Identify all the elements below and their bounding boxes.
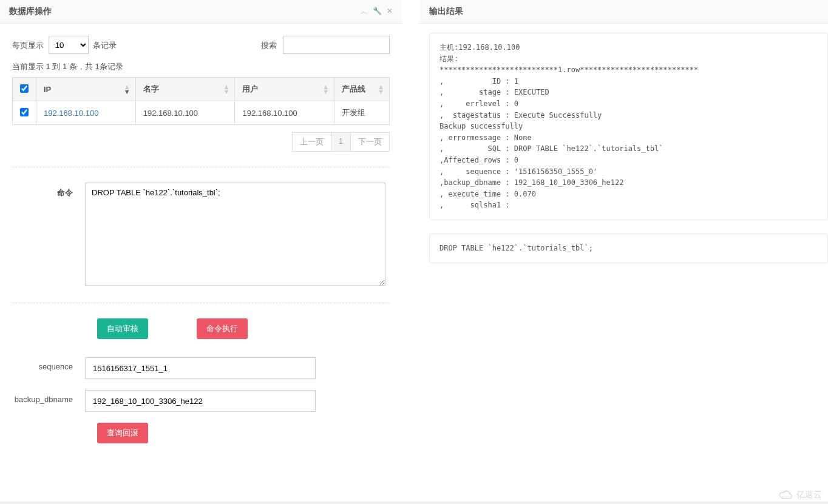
output-panel: 输出结果 主机:192.168.10.100 结果: *************… xyxy=(420,0,828,455)
page-length: 每页显示 10 条记录 xyxy=(12,36,117,54)
col-ip[interactable]: IP ▲▼ xyxy=(36,78,136,101)
command-textarea[interactable] xyxy=(85,183,385,286)
panel-header-left: 数据库操作 ︿ 🔧 ✕ xyxy=(0,0,402,24)
panel-title-right: 输出结果 xyxy=(429,6,463,17)
sql-text: DROP TABLE `he122`.`tutorials_tbl`; xyxy=(439,243,818,254)
select-all-checkbox[interactable] xyxy=(20,84,29,93)
prev-page[interactable]: 上一页 xyxy=(292,132,331,152)
sequence-label: sequence xyxy=(12,357,85,371)
db-ops-panel: 数据库操作 ︿ 🔧 ✕ 每页显示 10 条记录 xyxy=(0,0,402,455)
cmd-label: 命令 xyxy=(12,183,85,198)
auto-audit-button[interactable]: 自动审核 xyxy=(97,318,148,339)
search-label: 搜索 xyxy=(261,41,277,50)
sequence-input[interactable] xyxy=(85,357,316,379)
page-1[interactable]: 1 xyxy=(331,132,351,152)
sort-icon: ▲▼ xyxy=(322,84,329,94)
col-checkbox[interactable] xyxy=(13,78,36,101)
page-length-select[interactable]: 10 xyxy=(49,36,89,54)
table-search: 搜索 xyxy=(261,36,390,54)
table-row: 192.168.10.100 192.168.10.100 192.168.10… xyxy=(13,101,390,125)
wrench-icon[interactable]: 🔧 xyxy=(373,7,382,17)
divider xyxy=(12,303,390,303)
search-input[interactable] xyxy=(283,36,390,54)
sql-box: DROP TABLE `he122`.`tutorials_tbl`; xyxy=(429,234,828,263)
sort-icon: ▲▼ xyxy=(124,84,131,94)
table-info: 当前显示 1 到 1 条，共 1条记录 xyxy=(12,61,390,72)
col-name[interactable]: 名字 ▲▼ xyxy=(135,78,235,101)
ip-link[interactable]: 192.168.10.100 xyxy=(44,109,98,118)
close-icon[interactable]: ✕ xyxy=(387,7,393,17)
col-product[interactable]: 产品线 ▲▼ xyxy=(334,78,390,101)
rollback-button[interactable]: 查询回滚 xyxy=(97,423,148,443)
length-suffix: 条记录 xyxy=(93,41,117,50)
cell-user: 192.168.10.100 xyxy=(235,101,334,125)
divider xyxy=(12,167,390,167)
cell-name: 192.168.10.100 xyxy=(135,101,235,125)
sort-icon: ▲▼ xyxy=(223,84,230,94)
cell-line: 开发组 xyxy=(334,101,390,125)
panel-header-right: 输出结果 xyxy=(420,0,828,24)
row-checkbox[interactable] xyxy=(20,108,29,116)
result-text: 主机:192.168.10.100 结果: ******************… xyxy=(439,42,818,211)
collapse-icon[interactable]: ︿ xyxy=(361,7,368,17)
backup-dbname-input[interactable] xyxy=(85,390,316,412)
sort-icon: ▲▼ xyxy=(378,84,384,94)
next-page[interactable]: 下一页 xyxy=(350,132,390,152)
data-table: IP ▲▼ 名字 ▲▼ 用户 ▲▼ 产品线 ▲▼ xyxy=(12,77,390,125)
backup-dbname-label: backup_dbname xyxy=(12,390,85,404)
pagination: 上一页 1 下一页 xyxy=(12,132,390,152)
col-user[interactable]: 用户 ▲▼ xyxy=(235,78,334,101)
length-prefix: 每页显示 xyxy=(12,41,44,50)
result-box: 主机:192.168.10.100 结果: ******************… xyxy=(429,33,828,220)
execute-button[interactable]: 命令执行 xyxy=(197,318,248,339)
panel-title-left: 数据库操作 xyxy=(9,6,52,17)
